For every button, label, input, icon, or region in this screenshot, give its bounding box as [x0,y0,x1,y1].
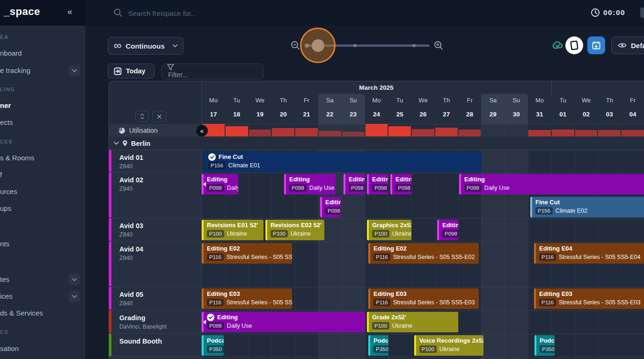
sidebar-item[interactable]: nboard [0,49,22,57]
sidebar-item[interactable]: ner [0,101,11,109]
schedule-block[interactable]: EditingP098Daily Use [202,312,365,332]
zoom-out-icon[interactable] [290,40,300,50]
search-input[interactable] [127,7,326,20]
resource-name: Grading [119,314,146,322]
sidebar-item[interactable]: sation [0,345,19,352]
sidebar-item[interactable]: e tracking [0,66,30,74]
calendar-add-button[interactable] [587,36,605,54]
resource-color-bar [109,310,111,333]
schedule-block[interactable]: PodcastP350 [534,335,555,356]
app-root: _space « EAnboarde trackingLINGnerectsCE… [0,0,644,359]
day-of-week-label: Sa [481,96,505,105]
sidebar-item[interactable]: tes [0,275,9,283]
block-title-row: Editing E03 [539,290,642,298]
group-row-berlin[interactable]: Berlin [109,137,644,150]
project-code-badge: P098 [372,184,388,192]
resource-row-label[interactable]: GradingDaVinci, Baselight [109,310,202,334]
resource-subtitle: DaVinci, Baselight [119,323,167,330]
block-start-edge [390,174,392,194]
schedule-block[interactable]: EditingP098 [320,197,341,217]
display-mode-button[interactable] [565,36,583,54]
schedule-block[interactable]: Grade 2x52'P100Ukraine [367,312,458,332]
block-start-edge [368,243,370,264]
schedule-block[interactable]: Editing E02P116Stressful Series - S05 SS… [202,243,292,264]
sidebar-item[interactable]: nts [0,240,9,248]
block-detail-row: P098Daily Use [289,184,333,192]
block-title: Voice Recordings 2x52' [419,337,483,345]
sidebar-item[interactable]: s & Rooms [0,154,34,162]
utilisation-bar [272,128,294,136]
block-title-row: Editing [289,175,333,183]
schedule-block[interactable]: EditingP098Daily Use [202,174,238,194]
day-number-label: 02 [575,110,598,119]
schedule-block[interactable]: Voice Recordings 2x52'P100Ukraine [414,335,483,356]
day-number-label: 23 [342,110,365,119]
block-start-edge [284,174,286,194]
check-circle-icon [207,314,214,321]
schedule-block[interactable]: Editing E03P116Stressful Series - S05 SS… [368,288,479,309]
schedule-block[interactable]: EditingP098 [390,174,411,194]
chevron-down-button[interactable] [68,65,80,76]
filter-field[interactable] [161,64,263,79]
view-mode-button[interactable]: ∞ Continuous [108,37,183,55]
today-button[interactable]: Today [108,64,154,79]
day-number-label: 30 [505,110,528,119]
sidebar-item[interactable]: ices [0,292,13,300]
schedule-block[interactable]: EditingP098Daily Use [459,174,644,194]
block-detail-row: P350 [207,345,221,353]
saved-view-button[interactable]: Defa [611,36,644,54]
schedule-block[interactable]: PodcastP350 [202,335,224,356]
schedule-block[interactable]: EditingP098 [367,174,388,194]
block-title-row: Editing [372,175,385,183]
schedule-block[interactable]: Fine CutP156Climate E02 [530,197,644,217]
resource-row-label[interactable]: Avid 03Z840 [109,218,202,242]
schedule-block[interactable]: EditingP098Daily Use [284,174,336,194]
sidebar-nav: EAnboarde trackingLINGnerectsCESs & Room… [0,0,85,359]
resource-row-label[interactable]: Avid 05Z840 [109,287,202,310]
schedule-block[interactable]: Editing E02P116Stressful Series - S05 SS… [368,243,479,264]
day-number-label: 28 [458,110,482,119]
resource-name: Avid 04 [119,245,143,253]
filter-input[interactable] [167,71,254,79]
eye-icon [618,42,627,49]
block-title: Editing [289,175,310,183]
schedule-block[interactable]: PodcastP350 [368,335,388,356]
block-title-row: Editing E04 [539,244,642,252]
project-code-badge: P098 [207,184,224,192]
clear-selection-button[interactable] [153,111,166,122]
schedule-block[interactable]: Revisions E01 52'P100Ukraine [202,220,263,240]
schedule-block[interactable]: Fine CutP156Climate E01 [203,151,482,172]
chevron-down-button[interactable] [68,274,80,285]
collapse-panel-button[interactable]: « [196,125,208,136]
sidebar-item[interactable]: ects [0,118,13,126]
sort-rows-button[interactable] [135,111,149,122]
resource-subtitle: Z840 [119,255,133,261]
zoom-slider-tick [353,44,357,47]
project-code-badge: P098 [207,322,224,330]
resource-row-label[interactable]: Sound Booth [109,334,202,357]
day-number-label: 04 [621,110,644,119]
zoom-slider-handle[interactable] [312,39,324,52]
chevron-down-button[interactable] [68,291,80,302]
resource-row-label[interactable]: Avid 01Z840 [109,150,202,172]
sidebar-item[interactable]: ds & Services [0,309,43,317]
schedule-block[interactable]: Editing E03P116Stressful Series - S05 SS… [534,288,644,309]
schedule-block[interactable]: EditingP098 [437,220,458,240]
schedule-block[interactable]: EditingP098 [344,174,365,194]
project-code-badge: P156 [208,162,226,169]
block-title: Editing [464,175,485,183]
block-title-row: Podcast [373,337,386,345]
resource-row-label[interactable]: Avid 02Z840 [109,172,202,218]
schedule-block[interactable]: Graphics 2x52'P100Ukraine [367,220,411,240]
schedule-block[interactable]: Editing E03P116Stressful Series - S05 SS… [202,288,292,309]
schedule-block[interactable]: Editing E04P116Stressful Series - S05 SS… [534,243,644,264]
schedule-block[interactable]: Revisions E02 52'P100Ukraine [265,220,324,240]
day-column-header: Tu18 [225,95,249,123]
resource-color-bar [109,150,111,172]
sidebar-item[interactable]: urces [0,187,17,195]
sidebar-item[interactable]: ups [0,204,11,212]
day-column-header: We19 [249,95,272,123]
zoom-in-icon[interactable] [433,40,444,50]
sidebar-item[interactable]: f [0,171,2,179]
resource-row-label[interactable]: Avid 04Z840 [109,242,202,287]
